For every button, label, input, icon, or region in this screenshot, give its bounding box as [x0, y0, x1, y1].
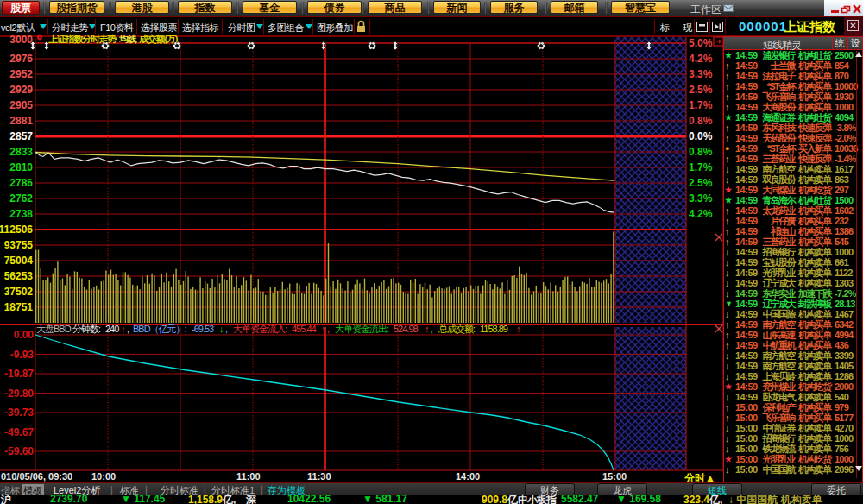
svg-text:-69.53: -69.53 — [192, 324, 214, 334]
svg-text:3.3%: 3.3% — [689, 68, 713, 80]
svg-text:56253: 56253 — [4, 270, 34, 282]
svg-text:2976: 2976 — [9, 53, 33, 65]
svg-text:0.00: 0.00 — [14, 329, 35, 341]
svg-text:2857: 2857 — [9, 130, 33, 142]
svg-text:大单资金流出:: 大单资金流出: — [335, 324, 389, 334]
svg-text:0.8%: 0.8% — [689, 146, 713, 158]
svg-text:0.8%: 0.8% — [689, 115, 713, 127]
svg-text:1.7%: 1.7% — [689, 99, 713, 111]
svg-text:93755: 93755 — [4, 239, 34, 251]
svg-text:均线: 均线 — [118, 34, 137, 44]
svg-text:-49.67: -49.67 — [4, 426, 34, 438]
svg-text:3.3%: 3.3% — [689, 192, 713, 205]
svg-text:↓: ↓ — [219, 324, 224, 334]
svg-text:1.7%: 1.7% — [689, 161, 713, 173]
svg-text:-9.93: -9.93 — [10, 349, 35, 361]
svg-text:524.98: 524.98 — [394, 324, 419, 334]
svg-text:240: 240 — [105, 324, 119, 334]
svg-text:2.5%: 2.5% — [689, 177, 713, 189]
svg-text:↑: ↑ — [321, 324, 325, 334]
svg-text:2952: 2952 — [9, 68, 33, 80]
svg-text:4.2%: 4.2% — [689, 208, 713, 220]
svg-text:2738: 2738 — [9, 208, 33, 220]
svg-text:75004: 75004 — [4, 255, 34, 267]
svg-text:2929: 2929 — [9, 84, 33, 96]
svg-text:大盘BBD: 大盘BBD — [36, 324, 72, 334]
svg-text:18751: 18751 — [4, 301, 34, 313]
svg-text:2762: 2762 — [9, 192, 33, 205]
svg-text:分钟数:: 分钟数: — [72, 324, 101, 334]
svg-text:成交额(万): 成交额(万) — [138, 34, 179, 45]
svg-text:1158.89: 1158.89 — [480, 324, 508, 334]
svg-text:2881: 2881 — [9, 115, 33, 127]
svg-text:-39.73: -39.73 — [4, 406, 34, 419]
svg-text:↑: ↑ — [425, 324, 429, 334]
svg-text:0.0%: 0.0% — [689, 130, 713, 142]
svg-text:2905: 2905 — [9, 99, 33, 111]
svg-text:4.2%: 4.2% — [689, 53, 713, 65]
svg-text:-29.80: -29.80 — [4, 387, 34, 400]
svg-text:37502: 37502 — [4, 286, 34, 298]
svg-text:大单资金流入:: 大单资金流入: — [233, 324, 287, 334]
svg-text:-19.87: -19.87 — [4, 368, 34, 380]
svg-text:-59.60: -59.60 — [4, 445, 34, 457]
svg-text:BBD（亿元）:: BBD（亿元）: — [133, 324, 187, 334]
svg-text:↑: ↑ — [121, 324, 125, 334]
svg-text:↑: ↑ — [516, 324, 520, 334]
svg-text:总成交额:: 总成交额: — [438, 324, 476, 334]
svg-text:112506: 112506 — [0, 224, 33, 236]
svg-text:2810: 2810 — [9, 161, 33, 173]
svg-text:455.44: 455.44 — [292, 324, 317, 334]
svg-text:2.5%: 2.5% — [689, 84, 713, 96]
svg-text:3000: 3000 — [9, 34, 33, 46]
svg-text:2786: 2786 — [9, 177, 33, 189]
svg-text:2833: 2833 — [9, 146, 33, 158]
svg-text:5.0%: 5.0% — [689, 37, 713, 49]
